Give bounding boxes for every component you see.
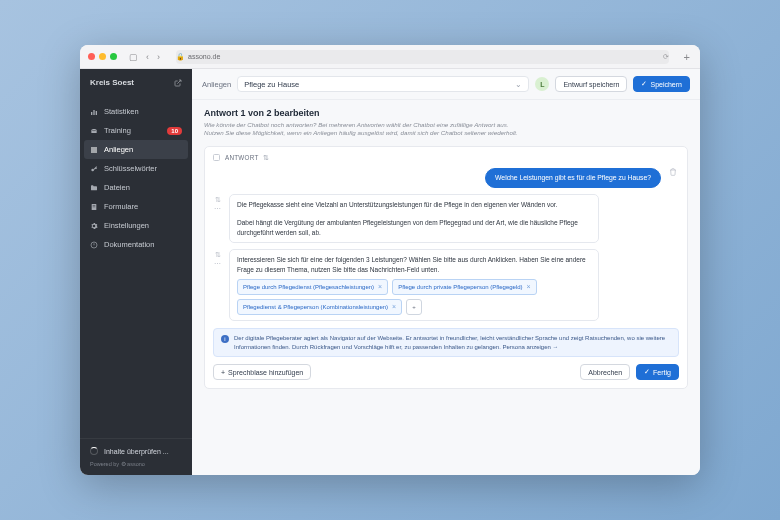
window-controls[interactable] (88, 53, 117, 60)
url-bar[interactable]: 🔒 assono.de ⟳ (176, 50, 669, 64)
check-label: Inhalte überprüfen ... (104, 448, 169, 455)
persona-info-banner[interactable]: i Der digitale Pflegeberater agiert als … (213, 328, 679, 357)
reload-icon[interactable]: ⟳ (663, 53, 669, 61)
save-draft-button[interactable]: Entwurf speichern (555, 76, 627, 92)
spinner-icon (90, 447, 98, 455)
app-body: Kreis Soest Statistiken Training 10 Anl (80, 69, 700, 475)
bot-bubble-row-1: ⇅ ⋯ Die Pflegekasse sieht eine Vielzahl … (213, 194, 679, 244)
info-text: Der digitale Pflegeberater agiert als Na… (234, 334, 671, 351)
browser-window: ▢ ‹ › 🔒 assono.de ⟳ + Kreis Soest Statis… (80, 45, 700, 475)
svg-rect-1 (91, 112, 92, 115)
sidebar-item-dokumentation[interactable]: Dokumentation (80, 235, 192, 254)
delete-icon[interactable] (667, 168, 679, 176)
answer-card: ANTWORT ⇅ Welche Leistungen gibt es für … (204, 146, 688, 389)
more-icon[interactable]: ⋯ (214, 262, 222, 266)
url-text: assono.de (188, 53, 220, 60)
badge: 10 (167, 127, 182, 135)
svg-rect-2 (93, 110, 94, 115)
avatar[interactable]: L (535, 77, 549, 91)
sort-icon[interactable]: ⇅ (263, 154, 269, 162)
svg-line-0 (177, 80, 181, 84)
gear-icon (90, 222, 98, 230)
sidebar-item-training[interactable]: Training 10 (80, 121, 192, 140)
new-tab-icon[interactable]: + (682, 51, 692, 63)
forward-icon[interactable]: › (154, 51, 163, 63)
external-link-icon[interactable] (174, 79, 182, 87)
content-check-link[interactable]: Inhalte überprüfen ... (90, 447, 182, 455)
sidebar-footer: Inhalte überprüfen ... Powered by ⚙ asso… (80, 438, 192, 475)
chip-remove-icon[interactable]: × (378, 282, 382, 292)
sidebar-item-label: Anliegen (104, 145, 133, 154)
powered-by: Powered by ⚙ assono (90, 461, 182, 467)
sidebar-item-anliegen[interactable]: Anliegen (84, 140, 188, 159)
card-header: ANTWORT ⇅ (213, 154, 679, 162)
browser-chrome: ▢ ‹ › 🔒 assono.de ⟳ + (80, 45, 700, 69)
drag-handle[interactable]: ⇅ ⋯ (213, 249, 223, 266)
chip[interactable]: Pflege durch Pflegedienst (Pflegesachlei… (237, 279, 388, 295)
card-label: ANTWORT (225, 154, 258, 161)
minimize-dot[interactable] (99, 53, 106, 60)
bot-bubble-text: Interessieren Sie sich für eine der folg… (237, 255, 591, 274)
chip[interactable]: Pflegedienst & Pflegeperson (Kombination… (237, 299, 402, 315)
folder-icon (90, 184, 98, 192)
sidebar-nav: Statistiken Training 10 Anliegen Schlüss… (80, 96, 192, 438)
sidebar-item-dateien[interactable]: Dateien (80, 178, 192, 197)
chevron-down-icon: ⌄ (515, 80, 522, 89)
svg-rect-3 (96, 111, 97, 115)
sidebar-item-statistiken[interactable]: Statistiken (80, 102, 192, 121)
sidebar-item-einstellungen[interactable]: Einstellungen (80, 216, 192, 235)
sidebar-item-schluesselwoerter[interactable]: Schlüsselwörter (80, 159, 192, 178)
svg-rect-6 (91, 151, 97, 152)
svg-rect-10 (93, 206, 96, 207)
done-button[interactable]: ✓ Fertig (636, 364, 679, 380)
sidebar-item-label: Dateien (104, 183, 130, 192)
svg-rect-9 (93, 205, 96, 206)
user-bubble[interactable]: Welche Leistungen gibt es für die Pflege… (485, 168, 661, 188)
bot-bubble-with-chips[interactable]: Interessieren Sie sich für eine der folg… (229, 249, 599, 321)
more-icon[interactable]: ⋯ (214, 207, 222, 211)
bot-bubble[interactable]: Die Pflegekasse sieht eine Vielzahl an U… (229, 194, 599, 244)
org-title: Kreis Soest (90, 78, 134, 87)
chip-add[interactable]: + (406, 299, 422, 315)
page-title: Antwort 1 von 2 bearbeiten (204, 108, 688, 118)
checkbox[interactable] (213, 154, 220, 161)
add-bubble-button[interactable]: + Sprechblase hinzufügen (213, 364, 311, 380)
add-bubble-label: Sprechblase hinzufügen (228, 369, 303, 376)
form-icon (90, 203, 98, 211)
back-icon[interactable]: ‹ (143, 51, 152, 63)
check-icon: ✓ (644, 368, 650, 376)
svg-point-7 (91, 168, 94, 171)
info-icon: i (221, 335, 229, 343)
training-icon (90, 127, 98, 135)
stats-icon (90, 108, 98, 116)
drag-handle[interactable]: ⇅ ⋯ (213, 194, 223, 211)
key-icon (90, 165, 98, 173)
check-icon: ✓ (641, 80, 647, 88)
content-area: Antwort 1 von 2 bearbeiten Wie könnte de… (192, 100, 700, 475)
save-button[interactable]: ✓ Speichern (633, 76, 690, 92)
bot-bubble-row-2: ⇅ ⋯ Interessieren Sie sich für eine der … (213, 249, 679, 321)
anliegen-icon (90, 146, 98, 154)
plus-icon: + (221, 369, 225, 376)
page-subtitle: Wie könnte der Chatbot noch antworten? B… (204, 121, 634, 138)
chip-remove-icon[interactable]: × (527, 282, 531, 292)
main-panel: Anliegen Pflege zu Hause ⌄ L Entwurf spe… (192, 69, 700, 475)
cancel-button[interactable]: Abbrechen (580, 364, 630, 380)
sidebar-item-label: Training (104, 126, 131, 135)
chip[interactable]: Pflege durch private Pflegeperson (Pfleg… (392, 279, 537, 295)
sidebar-item-formulare[interactable]: Formulare (80, 197, 192, 216)
maximize-dot[interactable] (110, 53, 117, 60)
anliegen-select[interactable]: Pflege zu Hause ⌄ (237, 76, 529, 92)
close-dot[interactable] (88, 53, 95, 60)
sidebar: Kreis Soest Statistiken Training 10 Anl (80, 69, 192, 475)
chip-remove-icon[interactable]: × (392, 302, 396, 312)
user-bubble-row: Welche Leistungen gibt es für die Pflege… (213, 168, 679, 188)
sidebar-toggle-icon[interactable]: ▢ (126, 51, 141, 63)
reorder-icon: ⇅ (215, 251, 221, 259)
doc-icon (90, 241, 98, 249)
lock-icon: 🔒 (176, 53, 185, 61)
sidebar-item-label: Formulare (104, 202, 138, 211)
select-value: Pflege zu Hause (244, 80, 299, 89)
sidebar-item-label: Dokumentation (104, 240, 154, 249)
topbar-label: Anliegen (202, 80, 231, 89)
